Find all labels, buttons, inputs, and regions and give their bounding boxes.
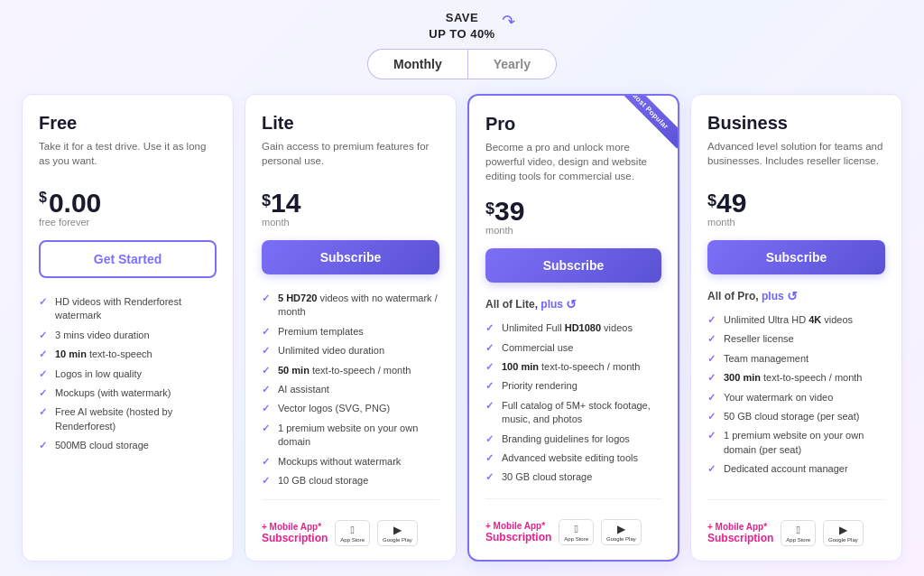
lite-feature-6: Vector logos (SVG, PNG) <box>262 399 439 418</box>
yearly-toggle-button[interactable]: Yearly <box>467 49 557 79</box>
plans-container: Free Take it for a test drive. Use it as… <box>14 94 910 562</box>
business-cta-button[interactable]: Subscribe <box>707 240 885 274</box>
free-plan-card: Free Take it for a test drive. Use it as… <box>22 94 234 562</box>
lite-plan-desc: Gain access to premium features for pers… <box>262 139 439 175</box>
pro-plus-text: All of Lite, plus <box>485 298 563 311</box>
pro-popular-badge: Most Popular <box>613 96 678 149</box>
business-feature-6: 50 GB cloud storage (per seat) <box>707 407 885 426</box>
business-price-period: month <box>707 217 885 228</box>
free-plan-desc: Take it for a test drive. Use it as long… <box>39 139 217 175</box>
pro-app-store-badge[interactable]:  App Store <box>559 519 594 545</box>
free-dollar-sign: $ <box>39 190 47 206</box>
save-line1: SAVE <box>446 11 478 24</box>
business-feature-8: Dedicated account manager <box>707 460 885 478</box>
lite-plan-card: Lite Gain access to premium features for… <box>245 94 457 562</box>
app-store-label: App Store <box>340 537 365 543</box>
lite-plan-name: Lite <box>262 113 439 134</box>
business-plus-arrow-icon: ↺ <box>787 289 798 303</box>
lite-feature-2: Premium templates <box>262 322 439 341</box>
business-app-store-badge[interactable]:  App Store <box>781 520 816 546</box>
google-play-label: Google Play <box>383 537 412 543</box>
lite-mobile-app-text: + Mobile App* Subscription <box>262 522 328 544</box>
lite-feature-4: 50 min text-to-speech / month <box>262 361 439 380</box>
business-mobile-label: + Mobile App* <box>707 522 773 532</box>
business-feature-5: Your watermark on video <box>707 388 885 407</box>
business-feature-7: 1 premium website on your own domain (pe… <box>707 426 885 460</box>
free-price-section: $ 0.00 free forever <box>39 188 217 228</box>
business-plan-card: Business Advanced level solution for tea… <box>690 94 902 562</box>
business-feature-2: Reseller license <box>707 330 885 348</box>
free-feature-7: 500MB cloud storage <box>39 436 217 455</box>
free-cta-button[interactable]: Get Started <box>39 240 217 278</box>
free-feature-2: 3 mins video duration <box>39 326 217 345</box>
pro-mobile-sub: Subscription <box>485 531 551 543</box>
pro-plus-arrow-icon: ↺ <box>566 297 577 311</box>
business-features-list: Unlimited Ultra HD 4K videos Reseller li… <box>707 311 885 490</box>
pro-feature-8: 30 GB cloud storage <box>485 468 661 487</box>
pro-feature-6: Branding guidelines for logos <box>485 430 661 449</box>
business-app-store-label: App Store <box>786 537 810 543</box>
free-features-list: HD videos with Renderforest watermark 3 … <box>39 293 217 546</box>
pro-feature-7: Advanced website editing tools <box>485 449 661 468</box>
business-apple-icon:  <box>796 524 799 536</box>
business-plan-name: Business <box>707 113 885 134</box>
lite-app-store-badge[interactable]:  App Store <box>335 520 370 546</box>
pro-app-store-label: App Store <box>564 536 588 542</box>
lite-feature-3: Unlimited video duration <box>262 341 439 360</box>
business-price-amount: $49 <box>707 188 746 218</box>
pro-cta-button[interactable]: Subscribe <box>485 248 661 283</box>
business-mobile-app-text: + Mobile App* Subscription <box>707 522 773 544</box>
lite-feature-9: 10 GB cloud storage <box>262 471 439 490</box>
google-play-icon: ▶ <box>393 524 402 536</box>
business-plan-desc: Advanced level solution for teams and bu… <box>707 139 885 175</box>
free-feature-5: Mockups (with watermark) <box>39 384 217 403</box>
business-mobile-app-section: + Mobile App* Subscription  App Store ▶… <box>707 509 885 546</box>
page-wrapper: SAVE UP TO 40% ↷ Monthly Yearly Free Tak… <box>0 0 924 576</box>
free-feature-3: 10 min text-to-speech <box>39 345 217 364</box>
pro-price-amount: $39 <box>485 196 524 226</box>
lite-mobile-label: + Mobile App* <box>262 522 328 532</box>
apple-icon:  <box>350 524 354 536</box>
lite-price-period: month <box>262 217 439 228</box>
business-google-play-label: Google Play <box>828 537 858 543</box>
free-price-amount: 0.00 <box>49 188 101 218</box>
pro-price-section: $39 month <box>485 196 661 236</box>
lite-feature-5: AI assistant <box>262 380 439 399</box>
business-plus-section: All of Pro, plus ↺ <box>707 289 885 303</box>
lite-feature-7: 1 premium website on your own domain <box>262 419 439 452</box>
save-arrow-icon: ↷ <box>500 10 517 32</box>
save-text: SAVE UP TO 40% <box>429 11 494 41</box>
pro-mobile-app-text: + Mobile App* Subscription <box>485 521 551 543</box>
business-feature-3: Team management <box>707 349 885 368</box>
monthly-toggle-button[interactable]: Monthly <box>367 49 467 79</box>
lite-mobile-sub: Subscription <box>262 532 328 544</box>
lite-feature-1: 5 HD720 videos with no watermark / month <box>262 289 439 322</box>
pro-apple-icon:  <box>574 523 578 535</box>
pro-features-list: Unlimited Full HD1080 videos Commercial … <box>485 319 661 489</box>
business-feature-1: Unlimited Ultra HD 4K videos <box>707 311 885 330</box>
pro-feature-2: Commercial use <box>485 339 661 358</box>
pro-google-play-icon: ▶ <box>617 523 625 535</box>
pro-price-period: month <box>485 225 661 236</box>
lite-cta-button[interactable]: Subscribe <box>262 240 439 274</box>
business-google-play-badge[interactable]: ▶ Google Play <box>823 520 864 546</box>
business-feature-4: 300 min text-to-speech / month <box>707 368 885 387</box>
free-plan-name: Free <box>39 113 217 134</box>
free-feature-1: HD videos with Renderforest watermark <box>39 293 217 326</box>
lite-mobile-app-section: + Mobile App* Subscription  App Store ▶… <box>262 509 439 546</box>
billing-toggle-container: Monthly Yearly <box>14 49 910 79</box>
lite-price-section: $14 month <box>262 188 439 228</box>
lite-feature-8: Mockups without watermark <box>262 452 439 471</box>
pro-google-play-label: Google Play <box>606 536 636 542</box>
top-banner: SAVE UP TO 40% ↷ <box>14 9 910 42</box>
business-mobile-sub: Subscription <box>707 532 773 544</box>
pro-mobile-label: + Mobile App* <box>485 521 551 531</box>
pro-feature-4: Priority rendering <box>485 376 661 395</box>
lite-price-amount: $14 <box>262 188 300 218</box>
pro-plus-section: All of Lite, plus ↺ <box>485 297 661 311</box>
lite-google-play-badge[interactable]: ▶ Google Play <box>377 520 418 546</box>
pro-feature-3: 100 min text-to-speech / month <box>485 358 661 376</box>
free-price-period: free forever <box>39 217 217 228</box>
free-feature-4: Logos in low quality <box>39 365 217 384</box>
pro-google-play-badge[interactable]: ▶ Google Play <box>601 519 642 545</box>
